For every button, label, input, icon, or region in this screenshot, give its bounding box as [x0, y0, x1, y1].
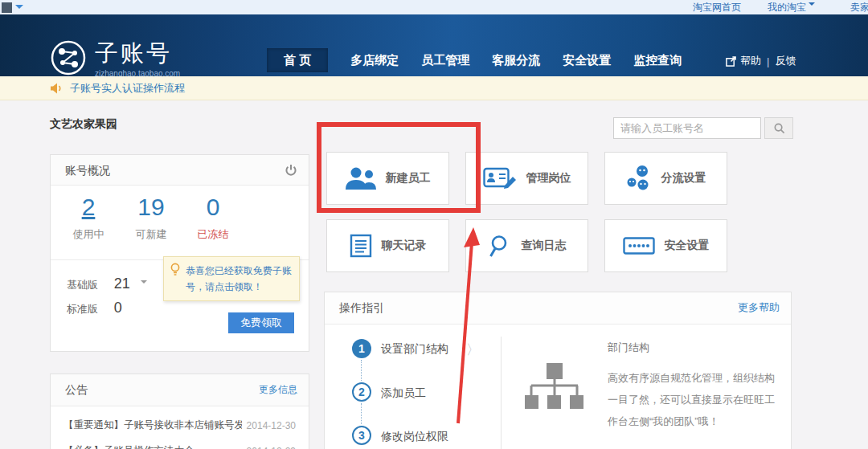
stat-value[interactable]: 0 [185, 194, 241, 221]
stat-can-create: 19 可新建 [123, 194, 179, 242]
panel-title: 公告 [65, 374, 88, 405]
announcement-date: 2014-12-29 [247, 446, 296, 449]
favicon [2, 2, 12, 13]
topbar-link-taobao-home[interactable]: 淘宝网首页 [693, 1, 741, 14]
org-chart-icon [523, 363, 586, 411]
nav-tab-multistore[interactable]: 多店绑定 [350, 48, 399, 72]
action-label: 新建员工 [386, 171, 431, 186]
app-header: 子账号 zizhanghao.taobao.com 首 页 多店绑定 员工管理 … [0, 14, 868, 76]
shop-name: 文艺农家果园 [50, 117, 117, 132]
notice-bar: 子账号实人认证操作流程 [0, 76, 868, 100]
free-subaccount-tooltip: 恭喜您已经获取免费子账号，请点击领取！ [163, 256, 300, 301]
users-icon [346, 166, 376, 190]
stat-label: 可新建 [123, 227, 179, 242]
edition-name: 基础版 [67, 278, 111, 292]
power-icon[interactable] [285, 164, 297, 177]
external-link-icon [726, 56, 736, 67]
chevron-down-icon[interactable] [15, 5, 23, 13]
search-icon [773, 122, 785, 134]
logo[interactable]: 子账号 zizhanghao.taobao.com [50, 39, 180, 78]
topbar-link-seller-center[interactable]: 卖家中心 [850, 1, 868, 14]
action-label: 查询日志 [522, 239, 567, 253]
site-topbar: 淘宝网首页 我的淘宝 卖家中心 [0, 0, 868, 14]
step-connector [361, 360, 362, 381]
chevron-down-icon [809, 2, 815, 9]
subaccount-homepage: 淘宝网首页 我的淘宝 卖家中心 子账号 zizhanghao.taobao.co… [0, 0, 868, 449]
app-title: 子账号 [95, 39, 180, 67]
step-number-badge: 2 [352, 382, 371, 402]
step-set-department[interactable]: 设置部门结构 [381, 342, 448, 357]
realperson-auth-guide-link[interactable]: 子账号实人认证操作流程 [70, 81, 185, 96]
search-button[interactable] [764, 117, 793, 139]
edition-count: 21 [114, 276, 138, 292]
stat-label: 使用中 [60, 227, 117, 242]
bubbles-icon [626, 165, 652, 192]
help-link[interactable]: 帮助 [740, 54, 761, 68]
action-split-settings[interactable]: 分流设置 [604, 152, 727, 205]
nav-tab-service-split[interactable]: 客服分流 [492, 48, 540, 72]
edition-name: 标准版 [67, 302, 111, 316]
tooltip-text: 恭喜您已经获取免费子账号，请点击领取！ [186, 263, 293, 295]
step-modify-permissions[interactable]: 修改岗位权限 [381, 430, 448, 444]
divider [501, 337, 502, 449]
announcement-date: 2014-12-30 [247, 420, 296, 431]
stat-value[interactable]: 19 [123, 194, 179, 221]
divider: | [767, 55, 769, 67]
stat-frozen: 0 已冻结 [185, 194, 241, 242]
feedback-link[interactable]: 反馈 [775, 54, 796, 68]
action-label: 管理岗位 [526, 171, 571, 186]
nav-tab-staff[interactable]: 员工管理 [421, 48, 469, 72]
step-add-employee[interactable]: 添加员工 [381, 386, 426, 401]
more-info-link[interactable]: 更多信息 [259, 374, 297, 405]
guide-detail-heading: 部门结构 [608, 341, 780, 355]
stat-in-use: 2 使用中 [60, 194, 117, 242]
nav-tab-security[interactable]: 安全设置 [563, 48, 611, 72]
subaccount-logo-icon [50, 39, 87, 76]
account-overview-panel: 账号概况 2 使用中 19 可新建 0 已冻结 基础版 21 还 标准版 0 [50, 154, 309, 352]
chat-log-icon [350, 234, 372, 258]
nav-tab-home[interactable]: 首 页 [267, 48, 328, 72]
edition-row-basic: 基础版 21 还 [67, 276, 175, 292]
main-nav: 首 页 多店绑定 员工管理 客服分流 安全设置 监控查询 [267, 48, 682, 72]
announcement-speaker-icon [50, 82, 63, 95]
operation-guide-panel: 操作指引 更多帮助 1 设置部门结构 2 添加员工 3 修改岗位权限 〉 部门结… [324, 292, 792, 449]
topbar-link-my-taobao[interactable]: 我的淘宝 [768, 1, 815, 14]
guide-detail: 部门结构 高效有序源自规范化管理，组织结构一目了然，还可以直接显示在旺旺工作台左… [608, 341, 780, 432]
panel-title: 账号概况 [65, 155, 110, 186]
announcement-item[interactable]: 【必备】子账号操作方法大全 2014-12-29 [51, 444, 309, 449]
step-connector [361, 403, 362, 424]
lightbulb-icon [170, 263, 181, 276]
action-manage-roles[interactable]: 管理岗位 [465, 152, 588, 205]
guide-detail-body: 高效有序源自规范化管理，组织结构一目了然，还可以直接显示在旺旺工作台左侧“我的团… [608, 367, 780, 432]
action-security-settings[interactable]: 安全设置 [604, 219, 727, 272]
nav-tab-monitor[interactable]: 监控查询 [633, 48, 682, 72]
chevron-down-icon[interactable] [141, 280, 147, 287]
more-help-link[interactable]: 更多帮助 [738, 292, 780, 323]
step-number-badge: 1 [352, 339, 371, 358]
announcement-text: 【必备】子账号操作方法大全 [63, 444, 194, 449]
action-query-logs[interactable]: 查询日志 [465, 219, 588, 272]
step-number-badge: 3 [352, 426, 371, 445]
search-log-icon [488, 234, 512, 258]
announcement-item[interactable]: 【重要通知】子账号接收非本店铺账号发送 2014-12-30 [51, 418, 309, 432]
badge-icon [483, 167, 517, 190]
chevron-right-icon: 〉 [466, 341, 480, 359]
free-claim-button[interactable]: 免费领取 [228, 312, 294, 333]
employee-search-input[interactable] [613, 117, 761, 139]
edition-row-standard: 标准版 0 [67, 300, 138, 316]
announcement-text: 【重要通知】子账号接收非本店铺账号发送 [63, 418, 242, 432]
password-icon [623, 237, 655, 255]
action-label: 聊天记录 [382, 239, 427, 253]
announcement-panel: 公告 更多信息 【重要通知】子账号接收非本店铺账号发送 2014-12-30 【… [50, 373, 309, 449]
employee-search [613, 117, 793, 139]
action-label: 分流设置 [661, 171, 706, 186]
action-label: 安全设置 [665, 239, 710, 253]
stat-value[interactable]: 2 [60, 194, 117, 221]
panel-title: 操作指引 [339, 292, 384, 323]
action-chat-log[interactable]: 聊天记录 [326, 219, 449, 272]
edition-count: 0 [114, 300, 138, 316]
stat-label: 已冻结 [185, 227, 241, 242]
action-new-employee[interactable]: 新建员工 [326, 152, 449, 205]
